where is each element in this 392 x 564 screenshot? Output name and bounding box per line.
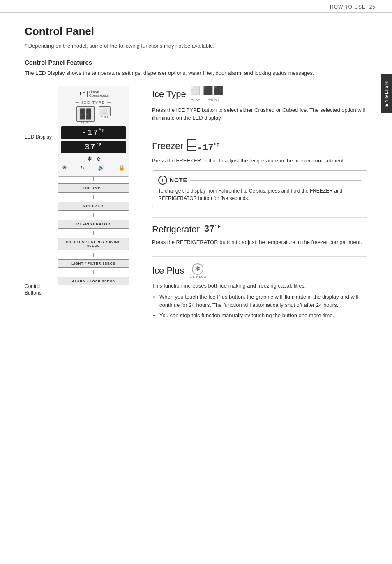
- ice-type-title: Ice Type: [152, 89, 186, 100]
- section-title: Control Panel Features: [25, 59, 367, 66]
- connector-5: [93, 253, 94, 257]
- cube-icon: ⬜: [99, 106, 111, 116]
- ice-plus-energy-button[interactable]: ICE PLUS / ENERGY SAVING 5SECS: [58, 238, 129, 250]
- subtitle-note: * Depending on the model, some of the fo…: [25, 43, 367, 49]
- connector-1: [93, 177, 94, 181]
- ice-plus-bullets: When you touch the Ice Plus button, the …: [152, 293, 367, 320]
- refrigerator-button[interactable]: REFRIGERATOR: [58, 220, 129, 229]
- ice-plus-title: Ice Plus: [152, 265, 184, 276]
- main-content: Control Panel * Depending on the model, …: [0, 13, 392, 342]
- bottom-icons-row: ☀ 5 🔊 🔒: [62, 165, 125, 171]
- light-filter-button[interactable]: LIGHT / FILTER 3SECS: [58, 259, 129, 268]
- refrigerator-title-row: Refrigerator 37°F: [152, 224, 367, 235]
- language-tab: ENGLISH: [381, 74, 392, 113]
- ice-plus-title-row: Ice Plus ❄ ICE PLUS: [152, 263, 367, 279]
- connector-3: [93, 213, 94, 217]
- ice-plus-desc: This function increases both ice making …: [152, 282, 367, 290]
- header-text: HOW TO USE 25: [330, 4, 376, 10]
- two-column-layout: LED Display LC Linear Compressor: [25, 86, 367, 330]
- note-icon: !: [158, 176, 167, 185]
- lc-logo: LC Linear Compressor: [61, 90, 126, 98]
- bullet-1: When you touch the Ice Plus button, the …: [159, 293, 367, 309]
- volume-icon: 🔊: [98, 165, 104, 171]
- alarm-lock-button[interactable]: ALARM / LOCK 3SECS: [58, 277, 129, 285]
- freezer-title: Freezer: [152, 141, 183, 151]
- page-header: HOW TO USE 25: [0, 0, 392, 13]
- lock-icon: 🔒: [118, 165, 125, 171]
- freezer-feature: Freezer -17°F Press the FREEZER button t…: [152, 139, 367, 208]
- page-title: Control Panel: [25, 25, 367, 38]
- refrigerator-feature: Refrigerator 37°F Press the REFRIGERATOR…: [152, 224, 367, 246]
- control-panel-diagram: LC Linear Compressor — ICE TYPE — ⬛⬛⬛⬛: [58, 86, 129, 286]
- separator-1: [152, 132, 367, 132]
- bullet-2: You can stop this function manually by t…: [159, 311, 367, 320]
- note-title: NOTE: [170, 177, 187, 183]
- function-icons-row: ❄ ē: [61, 155, 126, 163]
- cube-label: CUBE: [99, 116, 111, 119]
- ice-type-icons: ⬜ CUBE ⬛⬛ CRUSH: [190, 86, 224, 103]
- e-icon: ē: [97, 155, 101, 163]
- ice-type-title-row: Ice Type ⬜ CUBE ⬛⬛ CRUSH: [152, 86, 367, 103]
- separator-3: [152, 256, 367, 257]
- separator-2: [152, 217, 367, 218]
- ice-plus-feature: Ice Plus ❄ ICE PLUS This function increa…: [152, 263, 367, 320]
- left-panel: LED Display LC Linear Compressor: [25, 86, 140, 330]
- connector-4: [93, 231, 94, 235]
- freezer-temp-display: -17°F: [61, 126, 126, 139]
- section-desc: The LED Display shows the temperature se…: [25, 69, 367, 77]
- note-text: To change the display from Fahrenheit to…: [158, 187, 361, 202]
- refrigerator-desc: Press the REFRIGERATOR button to adjust …: [152, 238, 367, 246]
- filter-icon: 5: [81, 165, 84, 171]
- fridge-temp-display: 37°F: [61, 141, 126, 153]
- note-box: ! NOTE To change the display from Fahren…: [152, 170, 367, 207]
- lc-logo-box: LC: [78, 91, 87, 97]
- ice-type-button[interactable]: ICE TYPE: [58, 183, 129, 193]
- crush-icon-group: ⬛⬛⬛⬛ CRUSH: [76, 106, 95, 125]
- crush-icon: ⬛⬛⬛⬛: [76, 106, 95, 122]
- refrigerator-display-temp: 37°F: [204, 224, 221, 234]
- ice-type-desc: Press the ICE TYPE button to select eith…: [152, 106, 367, 122]
- buttons-section: ICE TYPE FREEZER REFRIGERATOR ICE PLUS /…: [58, 183, 129, 285]
- freezer-box-icon: [187, 139, 196, 151]
- note-header: ! NOTE: [158, 176, 361, 185]
- led-display-label: LED Display: [25, 134, 52, 140]
- lc-logo-text: Linear Compressor: [89, 90, 109, 98]
- control-buttons-label: Control Buttons: [25, 283, 42, 297]
- cube-display-icon: ⬜ CUBE: [190, 86, 201, 103]
- note-line: [190, 180, 361, 181]
- ice-icons-row: ⬛⬛⬛⬛ CRUSH ⬜ CUBE: [61, 106, 126, 125]
- cube-icon-group: ⬜ CUBE: [99, 106, 111, 125]
- ice-plus-sub-label: ICE PLUS: [188, 275, 206, 279]
- refrigerator-title: Refrigerator: [152, 224, 200, 235]
- connector-6: [93, 270, 94, 274]
- led-display-section: LC Linear Compressor — ICE TYPE — ⬛⬛⬛⬛: [58, 86, 129, 177]
- crush-label: CRUSH: [76, 122, 95, 125]
- connector-2: [93, 195, 94, 199]
- crush-display-icon: ⬛⬛ CRUSH: [203, 86, 224, 103]
- right-panel: Ice Type ⬜ CUBE ⬛⬛ CRUSH Press the ICE T…: [152, 86, 367, 330]
- ice-plus-icon: ❄: [192, 263, 203, 275]
- freezer-icon-display: -17°F: [187, 139, 219, 153]
- ice-type-feature: Ice Type ⬜ CUBE ⬛⬛ CRUSH Press the ICE T…: [152, 86, 367, 122]
- freezer-display-temp: -17°F: [197, 143, 219, 153]
- freezer-button[interactable]: FREEZER: [58, 202, 129, 211]
- freezer-desc: Press the FREEZER button to adjust the t…: [152, 157, 367, 165]
- ice-plus-icon-group: ❄ ICE PLUS: [188, 263, 206, 279]
- ice-type-section-label: — ICE TYPE —: [61, 100, 126, 104]
- sun-icon: ☀: [62, 165, 67, 171]
- freezer-title-row: Freezer -17°F: [152, 139, 367, 153]
- ice-plus-display-icon: ❄: [87, 155, 92, 163]
